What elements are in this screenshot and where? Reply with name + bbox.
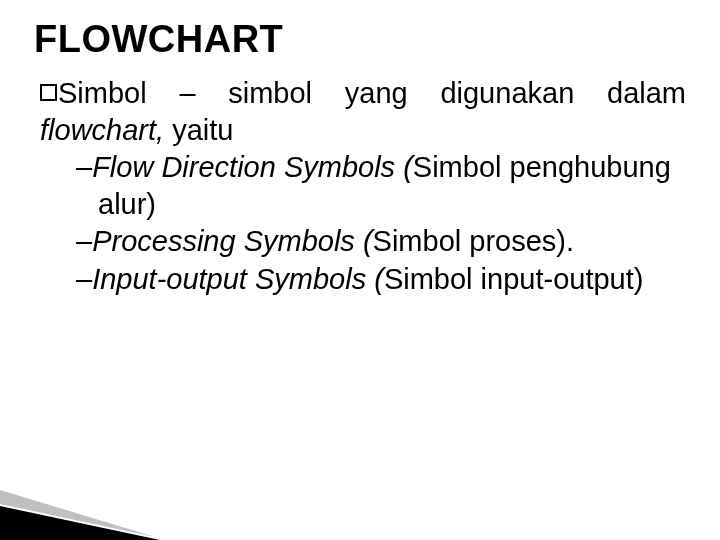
bullet-square-icon bbox=[40, 84, 57, 101]
item-em: Flow Direction Symbols ( bbox=[92, 151, 413, 183]
item-em: Processing Symbols ( bbox=[92, 225, 372, 257]
intro-paragraph: Simbol – simbol yang digunakan dalam flo… bbox=[40, 75, 686, 149]
slide-body: Simbol – simbol yang digunakan dalam flo… bbox=[34, 75, 686, 298]
list-item: –Processing Symbols (Simbol proses). bbox=[76, 223, 686, 260]
dash-icon: – bbox=[76, 151, 92, 183]
list-item: –Flow Direction Symbols (Simbol penghubu… bbox=[76, 149, 686, 223]
dash-icon: – bbox=[76, 263, 92, 295]
slide-content: FLOWCHART Simbol – simbol yang digunakan… bbox=[0, 0, 720, 298]
intro-em: flowchart, bbox=[40, 114, 164, 146]
intro-mid2: yaitu bbox=[164, 114, 233, 146]
slide-title: FLOWCHART bbox=[34, 18, 686, 61]
items-list: –Flow Direction Symbols (Simbol penghubu… bbox=[40, 149, 686, 297]
item-plain: Simbol input-output) bbox=[384, 263, 644, 295]
item-plain: Simbol proses). bbox=[373, 225, 574, 257]
list-item: –Input-output Symbols (Simbol input-outp… bbox=[76, 261, 686, 298]
item-em: Input-output Symbols ( bbox=[92, 263, 384, 295]
svg-marker-0 bbox=[0, 506, 160, 540]
dash-icon: – bbox=[76, 225, 92, 257]
intro-mid1: – simbol yang digunakan dalam bbox=[147, 77, 686, 109]
intro-lead: Simbol bbox=[58, 77, 147, 109]
corner-wedge-icon bbox=[0, 490, 160, 540]
